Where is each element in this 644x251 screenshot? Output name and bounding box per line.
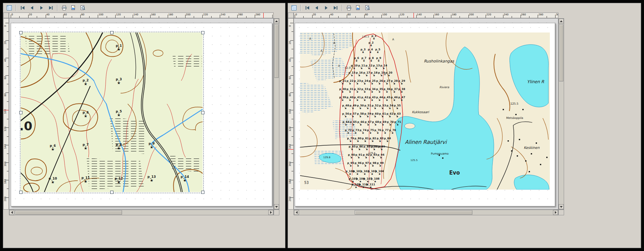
star-marker-icon: ★	[384, 131, 386, 135]
composer-canvas[interactable]: .0 p_1★p_2★p_3★p_4★p_5★p_6★p_7★p_8★p_9★p…	[9, 18, 274, 210]
export-image-button[interactable]	[354, 4, 362, 12]
star-marker-icon: ★	[364, 172, 366, 176]
star-marker-icon: ★	[374, 123, 377, 126]
ruler-label: 100	[382, 13, 387, 16]
resize-handle-top-left[interactable]	[19, 31, 22, 34]
ruler-label: 280	[538, 13, 543, 16]
previous-feature-icon	[314, 5, 320, 11]
star-marker-icon: ★	[344, 107, 347, 110]
ruler-label: 180	[289, 179, 291, 184]
star-marker-icon: ★	[366, 107, 369, 110]
grid-select-button[interactable]	[5, 4, 14, 12]
star-marker-icon: ★	[369, 131, 372, 135]
grid-select-button[interactable]	[290, 4, 298, 12]
ruler-tick	[176, 16, 177, 18]
star-marker-icon: ★	[355, 59, 358, 62]
star-marker-icon: ★	[389, 123, 391, 126]
ruler-label: 140	[133, 13, 138, 16]
resize-handle-bottom-left[interactable]	[19, 191, 22, 194]
vertical-scroll-thumb[interactable]	[559, 24, 563, 81]
star-marker-icon: ★	[389, 115, 391, 118]
ruler-label: 180	[452, 13, 456, 16]
vertical-scroll-thumb[interactable]	[274, 24, 279, 78]
zoom-preview-button[interactable]	[78, 4, 87, 12]
composer-canvas[interactable]: AAAAAA p_1★p_2★p_3★p_4★p_5★p_6★p_7★p_8★p…	[294, 18, 558, 210]
scroll-left-button[interactable]	[9, 210, 14, 215]
scroll-up-button[interactable]	[559, 19, 564, 24]
scroll-down-button[interactable]	[559, 204, 564, 209]
scroll-down-button[interactable]	[274, 204, 279, 209]
scroll-right-button[interactable]	[268, 210, 273, 215]
export-image-icon	[71, 5, 76, 11]
star-marker-icon: ★	[358, 74, 361, 77]
resize-handle-bottom-middle[interactable]	[110, 191, 113, 194]
ruler-label: 120	[116, 13, 121, 16]
print-button[interactable]	[345, 4, 353, 12]
ruler-tick	[150, 15, 151, 18]
zoom-preview-button[interactable]	[363, 4, 372, 12]
ruler-tick	[433, 15, 434, 18]
first-feature-icon	[305, 5, 310, 11]
horizontal-scroll-thumb[interactable]	[355, 210, 472, 215]
map-item[interactable]: .0 p_1★p_2★p_3★p_4★p_5★p_6★p_7★p_8★p_9★p…	[21, 32, 203, 192]
star-marker-icon: ★	[352, 107, 354, 110]
resize-handle-top-right[interactable]	[201, 31, 204, 34]
star-marker-icon: ★	[379, 164, 381, 167]
vertical-scrollbar[interactable]	[274, 18, 279, 210]
star-marker-icon: ★	[364, 140, 366, 143]
star-marker-icon: ★	[400, 82, 403, 85]
ruler-label: 100	[98, 13, 103, 16]
toolbar	[3, 3, 285, 12]
previous-feature-button[interactable]	[28, 4, 36, 12]
next-feature-button[interactable]	[322, 4, 330, 12]
star-marker-icon: ★	[379, 140, 381, 143]
ruler-tick	[80, 15, 81, 18]
ruler-label: 180	[4, 179, 7, 184]
paper-page[interactable]: AAAAAA p_1★p_2★p_3★p_4★p_5★p_6★p_7★p_8★p…	[295, 23, 555, 206]
ruler-label: 160	[151, 13, 156, 16]
export-image-button[interactable]	[69, 4, 78, 12]
ruler-tick	[107, 16, 107, 18]
first-feature-button[interactable]	[303, 4, 312, 12]
print-button[interactable]	[60, 4, 69, 12]
first-feature-button[interactable]	[19, 4, 27, 12]
ruler-tick	[291, 189, 293, 189]
star-marker-icon: ★	[341, 82, 344, 85]
star-marker-icon: ★	[386, 90, 388, 94]
ruler-tick	[291, 136, 293, 137]
last-feature-button[interactable]	[46, 4, 55, 12]
resize-handle-middle-left[interactable]	[19, 111, 22, 114]
star-marker-icon: ★	[378, 90, 381, 94]
previous-feature-button[interactable]	[313, 4, 321, 12]
next-feature-button[interactable]	[37, 4, 46, 12]
ruler-tick	[194, 16, 194, 18]
place-label: Ylinen R	[527, 79, 544, 84]
ruler-tick	[89, 16, 90, 18]
star-marker-icon: ★	[362, 59, 365, 62]
map-item[interactable]: AAAAAA p_1★p_2★p_3★p_4★p_5★p_6★p_7★p_8★p…	[300, 32, 550, 190]
paper-page[interactable]: .0 p_1★p_2★p_3★p_4★p_5★p_6★p_7★p_8★p_9★p…	[11, 23, 272, 206]
ruler-tick	[468, 15, 469, 18]
star-marker-icon: ★	[358, 148, 361, 151]
star-marker-icon: ★	[381, 107, 384, 110]
last-feature-button[interactable]	[331, 4, 340, 12]
ruler-tick	[28, 15, 29, 18]
scroll-right-button[interactable]	[553, 210, 558, 215]
vertical-scrollbar[interactable]	[558, 18, 564, 210]
scroll-left-button[interactable]	[294, 210, 299, 215]
horizontal-scrollbar[interactable]	[9, 210, 274, 215]
ruler-label: 300	[273, 13, 274, 16]
ruler-label: 60	[348, 13, 351, 16]
resize-handle-middle-right[interactable]	[201, 111, 204, 114]
star-marker-icon: ★	[352, 123, 355, 126]
horizontal-scroll-thumb[interactable]	[15, 210, 122, 215]
ruler-label: 80	[289, 94, 291, 97]
ruler-tick	[7, 171, 9, 171]
scroll-up-button[interactable]	[274, 19, 279, 24]
resize-handle-top-middle[interactable]	[110, 31, 113, 34]
last-feature-icon	[48, 5, 54, 11]
resize-handle-bottom-right[interactable]	[201, 191, 204, 194]
horizontal-scrollbar[interactable]	[294, 210, 558, 215]
star-marker-icon: ★	[387, 74, 390, 77]
ruler-label: 40	[330, 13, 333, 16]
